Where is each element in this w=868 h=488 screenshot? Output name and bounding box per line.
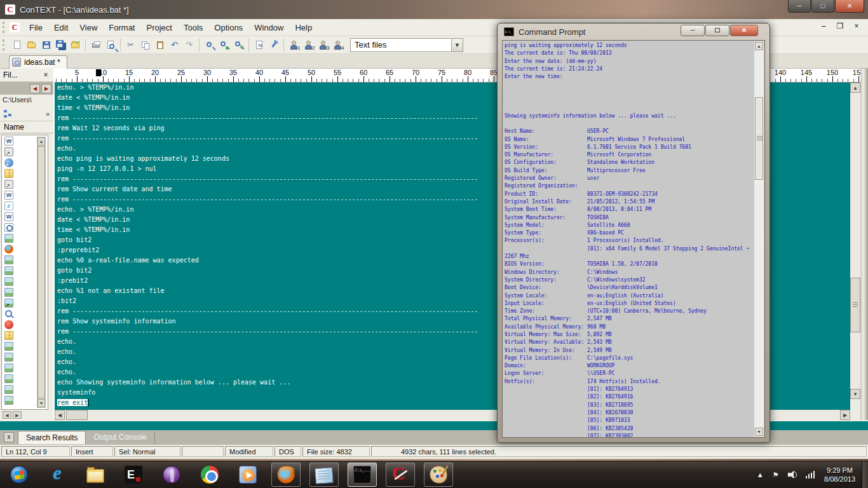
cmd-maximize-button[interactable] <box>705 25 729 36</box>
mdi-minimize-button[interactable]: – <box>818 22 829 30</box>
panel-close-button[interactable]: x <box>4 432 14 442</box>
taskbar-wmp-button[interactable] <box>235 462 261 487</box>
toolbar-grip[interactable] <box>3 39 6 51</box>
copy-button[interactable] <box>138 37 153 53</box>
mdi-document-icon[interactable]: C <box>10 22 20 32</box>
open-folder-button[interactable]: ↗ <box>68 37 83 53</box>
editor-vscroll-thumb[interactable] <box>850 278 860 332</box>
cut-button[interactable]: ✂ <box>123 37 138 53</box>
tab-output-console[interactable]: Output Console <box>86 431 154 444</box>
mdi-restore-button[interactable]: ❐ <box>835 22 845 30</box>
menu-item-tools[interactable]: Tools <box>178 20 208 35</box>
editor-vscrollbar[interactable]: ▲ ▼ <box>850 83 860 399</box>
taskbar-firefox-button[interactable] <box>271 463 301 487</box>
menu-item-options[interactable]: Options <box>208 20 248 35</box>
format-doc-button[interactable]: ⇆ <box>252 37 266 53</box>
menu-item-view[interactable]: View <box>74 20 103 35</box>
menu-item-format[interactable]: Format <box>103 20 140 35</box>
print-preview-button[interactable] <box>103 37 118 53</box>
cmd-scroll-thumb[interactable] <box>755 97 763 180</box>
context-logo-icon: C <box>5 4 15 15</box>
action-center-flag-icon[interactable]: ⚑ <box>773 471 779 479</box>
user-2-button[interactable]: 2 <box>301 37 316 53</box>
menu-item-edit[interactable]: Edit <box>48 20 74 35</box>
cmd-scrollbar[interactable]: ▲ ▼ <box>754 41 764 437</box>
cmd-title-bar[interactable]: C:\_ Command Prompt ─ ✕ <box>498 24 770 40</box>
user-4-button[interactable]: 4 <box>330 37 345 53</box>
mdi-close-button[interactable]: × <box>851 22 862 30</box>
save-icon <box>41 40 51 50</box>
replace-button[interactable]: ↻ <box>231 37 246 53</box>
paste-icon <box>155 40 165 50</box>
file-list-scroll-thumb[interactable] <box>37 146 45 398</box>
find-button[interactable] <box>202 37 217 53</box>
close-button[interactable]: ✕ <box>835 0 864 13</box>
nav-forward-button[interactable]: ▶ <box>41 84 51 93</box>
taskbar-eapp-button[interactable] <box>121 462 146 487</box>
cmd-minimize-button[interactable]: ─ <box>681 25 705 36</box>
show-desktop-button[interactable] <box>862 461 868 488</box>
chevron-more-icon[interactable]: » <box>46 110 50 118</box>
network-signal-icon[interactable] <box>806 471 815 478</box>
cmd-close-button[interactable]: ✕ <box>730 25 758 36</box>
taskbar-eclipse-button[interactable] <box>159 462 184 487</box>
print-button[interactable] <box>88 37 103 53</box>
scroll-down-icon[interactable]: ▼ <box>755 428 763 436</box>
taskbar-chrome-button[interactable] <box>197 462 222 487</box>
show-hidden-icons[interactable]: ▲ <box>757 471 764 478</box>
taskbar-context-button[interactable] <box>386 463 415 487</box>
clock[interactable]: 9:29 PM 8/08/2013 <box>824 466 855 484</box>
format-doc-icon: ⇆ <box>254 40 264 50</box>
name-column-header[interactable]: Name <box>0 121 53 133</box>
file-panel-close-icon[interactable]: × <box>41 71 50 79</box>
scroll-down-icon[interactable]: ▼ <box>850 389 860 399</box>
paste-button[interactable] <box>153 37 167 53</box>
undo-button[interactable]: ↶ <box>167 37 182 53</box>
redo-icon: ↷ <box>184 40 194 50</box>
save-all-button[interactable] <box>53 37 68 53</box>
taskbar-ie-button[interactable] <box>44 462 70 487</box>
file-type-combobox[interactable]: Text files ▼ <box>350 38 463 52</box>
user-1-button[interactable]: 1 <box>287 37 301 53</box>
ruler-number: 60 <box>360 69 367 76</box>
menu-item-project[interactable]: Project <box>140 20 177 35</box>
volume-icon[interactable] <box>788 471 797 478</box>
find-next-button[interactable] <box>217 37 231 53</box>
chevron-down-icon[interactable]: ▼ <box>451 39 463 51</box>
minimize-button[interactable]: ─ <box>788 0 811 13</box>
start-icon <box>10 466 28 484</box>
menu-item-window[interactable]: Window <box>248 20 289 35</box>
open-file-button[interactable] <box>24 37 39 53</box>
pin-button[interactable] <box>266 37 281 53</box>
scroll-right-icon[interactable]: ▶ <box>840 410 850 420</box>
maximize-button[interactable]: □ <box>811 0 834 13</box>
editor-hscroll-thumb[interactable] <box>66 410 88 420</box>
menu-item-help[interactable]: Help <box>289 20 318 35</box>
redo-button[interactable]: ↷ <box>182 37 196 53</box>
tree-view-icon[interactable] <box>4 110 13 118</box>
user-3-button[interactable]: 3 <box>316 37 330 53</box>
save-button[interactable] <box>39 37 53 53</box>
menubar-grip[interactable] <box>3 22 6 33</box>
hscroll-right-icon[interactable]: ▶ <box>13 411 22 419</box>
taskbar-notepad-button[interactable] <box>309 463 339 487</box>
tab-ideas-bat[interactable]: ideas.bat * <box>9 55 67 69</box>
taskbar-folder-button[interactable] <box>83 462 108 487</box>
new-file-button[interactable] <box>10 37 24 53</box>
scroll-down-icon[interactable]: ▼ <box>37 399 45 407</box>
tab-search-results[interactable]: Search Results <box>18 431 86 444</box>
file-list-scrollbar[interactable]: ▲ ▼ <box>37 137 46 408</box>
scroll-up-icon[interactable]: ▲ <box>850 83 860 93</box>
scroll-left-icon[interactable]: ◀ <box>55 410 65 420</box>
hscroll-left-icon[interactable]: ◀ <box>3 411 11 419</box>
taskbar-cmd-button[interactable] <box>348 463 377 487</box>
taskbar-start-button[interactable] <box>6 462 32 487</box>
ruler-number: 65 <box>386 69 393 76</box>
command-prompt-window[interactable]: C:\_ Command Prompt ─ ✕ ping is waiting … <box>497 23 770 443</box>
nav-back-button[interactable]: ◀ <box>30 84 40 93</box>
taskbar-paint-button[interactable] <box>424 463 453 487</box>
cmd-client-area[interactable]: ping is waiting approximately 12 seconds… <box>502 40 765 438</box>
scroll-up-icon[interactable]: ▲ <box>37 137 45 146</box>
scroll-up-icon[interactable]: ▲ <box>755 42 763 50</box>
menu-item-file[interactable]: File <box>24 20 48 35</box>
